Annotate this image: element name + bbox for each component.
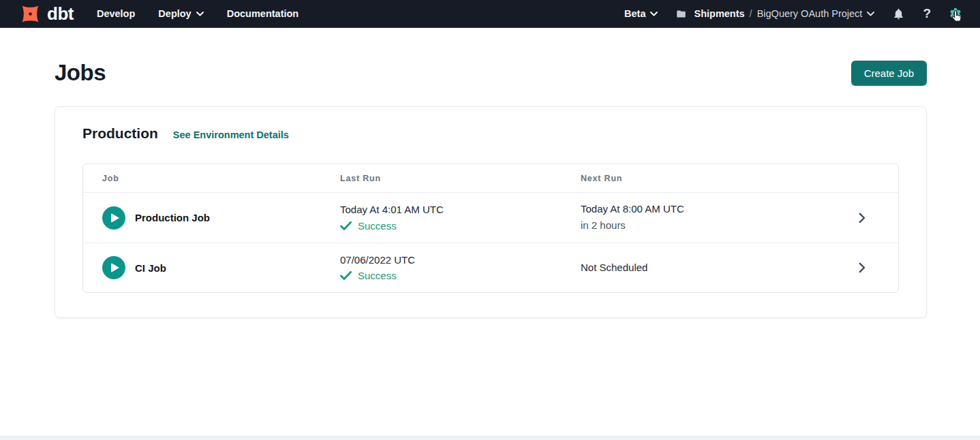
main-content: Jobs Create Job Production See Environme… <box>0 28 980 318</box>
chevron-right-icon <box>859 262 866 273</box>
run-job-button[interactable] <box>102 206 125 230</box>
environment-name: Production <box>82 125 158 142</box>
chevron-down-icon <box>196 12 204 16</box>
beta-dropdown[interactable]: Beta <box>624 8 658 19</box>
nav-item-deploy[interactable]: Deploy <box>158 8 203 19</box>
folder-icon <box>675 9 687 19</box>
nav-item-documentation[interactable]: Documentation <box>227 8 299 19</box>
dbt-logo[interactable]: dbt <box>18 2 74 26</box>
run-job-button[interactable] <box>102 256 125 279</box>
chevron-right-icon <box>859 213 866 223</box>
help-icon: ? <box>923 6 931 21</box>
job-name: Production Job <box>135 212 210 223</box>
next-run-time: Not Scheduled <box>581 262 849 274</box>
column-header-last-run: Last Run <box>340 174 581 183</box>
environment-card: Production See Environment Details Job L… <box>55 106 927 318</box>
project-switcher[interactable]: Shipments / BigQuery OAuth Project <box>675 8 874 19</box>
top-nav: dbt Develop Deploy Documentation Beta Sh… <box>0 0 980 28</box>
column-header-job: Job <box>83 174 340 183</box>
row-open-button[interactable] <box>849 213 898 223</box>
last-run-time: Today At 4:01 AM UTC <box>340 204 581 217</box>
check-icon <box>340 271 352 280</box>
job-name: CI Job <box>135 262 166 274</box>
status-badge: Success <box>358 270 397 281</box>
bottom-strip <box>0 436 980 440</box>
play-icon <box>111 213 119 223</box>
bell-icon <box>892 7 905 20</box>
notifications-button[interactable] <box>892 7 905 20</box>
gear-icon <box>949 7 962 20</box>
status-badge: Success <box>358 220 397 232</box>
dbt-logo-icon <box>18 2 43 26</box>
create-job-button[interactable]: Create Job <box>851 61 927 86</box>
job-row[interactable]: Production Job Today At 4:01 AM UTC Succ… <box>83 193 898 242</box>
chevron-down-icon <box>650 12 658 16</box>
next-run-time: Today At 8:00 AM UTC <box>581 203 849 216</box>
chevron-down-icon <box>867 12 874 16</box>
breadcrumb-separator: / <box>750 8 752 19</box>
nav-item-develop[interactable]: Develop <box>97 8 135 19</box>
dbt-logo-text: dbt <box>47 5 74 22</box>
jobs-table: Job Last Run Next Run Production Job Tod… <box>82 163 899 293</box>
row-open-button[interactable] <box>849 262 898 273</box>
see-environment-details-link[interactable]: See Environment Details <box>173 129 289 140</box>
last-run-time: 07/06/2022 UTC <box>340 254 581 267</box>
help-button[interactable]: ? <box>923 6 931 21</box>
page-title: Jobs <box>55 60 106 86</box>
column-header-next-run: Next Run <box>581 174 849 183</box>
jobs-table-header: Job Last Run Next Run <box>83 164 898 193</box>
job-row[interactable]: CI Job 07/06/2022 UTC Success Not Schedu… <box>83 242 898 292</box>
breadcrumb-account: Shipments <box>694 8 744 19</box>
settings-button[interactable] <box>949 7 962 20</box>
check-icon <box>340 221 352 230</box>
next-run-relative: in 2 hours <box>581 219 849 232</box>
play-icon <box>111 263 119 272</box>
breadcrumb-project: BigQuery OAuth Project <box>757 8 863 19</box>
